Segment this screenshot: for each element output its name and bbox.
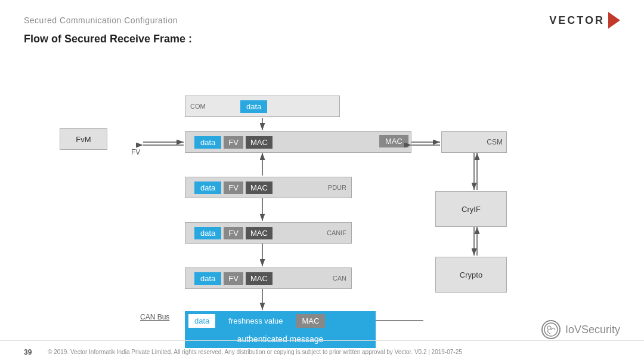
header: Secured Communication Configuration VECT… bbox=[24, 12, 620, 29]
com-data-badge: data bbox=[236, 100, 267, 113]
canif-badges: data FV MAC bbox=[190, 227, 273, 239]
iovsecurity-text: IoVSecurity bbox=[565, 324, 620, 336]
can-badges: data FV MAC bbox=[190, 272, 273, 285]
svg-point-16 bbox=[547, 326, 551, 330]
page-container: Secured Communication Configuration VECT… bbox=[0, 0, 644, 363]
logo-text: VECTOR bbox=[549, 14, 605, 27]
canbus-mac-badge: MAC bbox=[296, 314, 325, 328]
canbus-freshness-badge: freshness value bbox=[219, 314, 292, 328]
pdur-badges: data FV MAC bbox=[190, 182, 273, 194]
box-cryif: CryIF bbox=[435, 191, 507, 227]
iovsecurity-brand: IoVSecurity bbox=[541, 320, 620, 339]
box-fvm: FvM bbox=[60, 128, 107, 150]
logo-arrow-icon bbox=[608, 12, 620, 29]
canbus-data-row: data freshness value MAC bbox=[185, 311, 376, 330]
footer-page-number: 39 bbox=[24, 348, 36, 356]
footer: 39 © 2019. Vector Informatik India Priva… bbox=[0, 340, 644, 363]
footer-copyright: © 2019. Vector Informatik India Private … bbox=[48, 349, 620, 355]
secoc-badges: data FV MAC bbox=[190, 136, 273, 149]
canbus-label: CAN Bus bbox=[140, 313, 169, 321]
box-csm: CSM bbox=[441, 131, 507, 153]
box-crypto: Crypto bbox=[435, 257, 507, 293]
com-label: COM bbox=[190, 103, 206, 110]
fv-arrow-label: FV bbox=[131, 148, 140, 156]
main-title: Flow of Secured Receive Frame : bbox=[24, 33, 192, 45]
header-title: Secured Communication Configuration bbox=[24, 16, 178, 25]
canbus-data-badge: data bbox=[188, 314, 215, 328]
logo-container: VECTOR bbox=[549, 12, 620, 29]
iovsecurity-icon bbox=[541, 320, 561, 339]
diagram: FvM COM data SecOC data FV MAC MAC FV PD… bbox=[24, 60, 620, 333]
mac-standalone-badge: MAC bbox=[379, 135, 408, 147]
